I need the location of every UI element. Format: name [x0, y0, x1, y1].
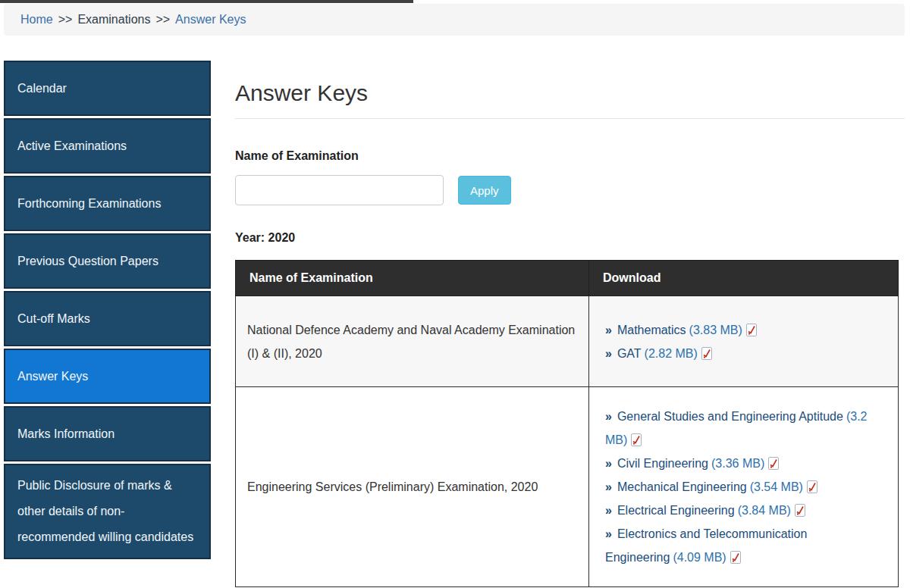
- answer-keys-table: Name of Examination Download National De…: [235, 260, 899, 587]
- column-header-download: Download: [589, 261, 899, 296]
- pdf-icon[interactable]: [807, 480, 817, 493]
- sidebar-item-label: Public Disclosure of marks & other detai…: [17, 473, 197, 550]
- file-size: (3.54 MB): [750, 480, 803, 493]
- sidebar-item-label: Cut-off Marks: [17, 306, 90, 332]
- download-line: »General Studies and Engineering Aptitud…: [605, 405, 886, 452]
- breadcrumb-answer-keys-link[interactable]: Answer Keys: [175, 13, 246, 27]
- download-line: »Electronics and Telecommunication Engin…: [605, 522, 886, 569]
- sidebar-item-label: Answer Keys: [17, 364, 88, 389]
- download-link-general-studies[interactable]: General Studies and Engineering Aptitude: [617, 410, 843, 423]
- download-line: »Electrical Engineering(3.84 MB): [605, 499, 886, 522]
- pdf-icon[interactable]: [795, 504, 805, 517]
- file-size: (3.84 MB): [738, 504, 791, 517]
- year-heading: Year: 2020: [235, 231, 905, 245]
- file-size: (2.82 MB): [645, 347, 698, 360]
- sidebar-item-previous-question-papers[interactable]: Previous Question Papers: [4, 233, 211, 289]
- main-content: Answer Keys Name of Examination Apply Ye…: [235, 61, 905, 587]
- file-size: (4.09 MB): [673, 551, 726, 564]
- double-arrow-bullet-icon: »: [605, 324, 612, 336]
- download-link-civil-engineering[interactable]: Civil Engineering: [617, 457, 708, 470]
- sidebar-item-public-disclosure[interactable]: Public Disclosure of marks & other detai…: [4, 464, 211, 559]
- filter-row: Apply: [235, 175, 905, 205]
- title-divider: [235, 118, 905, 119]
- sidebar: Calendar Active Examinations Forthcoming…: [4, 61, 211, 561]
- double-arrow-bullet-icon: »: [605, 480, 612, 493]
- sidebar-item-forthcoming-examinations[interactable]: Forthcoming Examinations: [4, 176, 211, 231]
- breadcrumb-separator: >>: [58, 13, 73, 27]
- download-line: »Mechanical Engineering(3.54 MB): [605, 475, 886, 499]
- pdf-icon[interactable]: [746, 324, 757, 336]
- double-arrow-bullet-icon: »: [605, 410, 612, 423]
- download-cell: »Mathematics(3.83 MB) »GAT(2.82 MB): [589, 296, 899, 387]
- exam-name-cell: National Defence Academy and Naval Acade…: [236, 296, 589, 387]
- exam-name-input[interactable]: [235, 175, 444, 205]
- file-size: (3.36 MB): [711, 457, 764, 470]
- double-arrow-bullet-icon: »: [605, 347, 612, 360]
- sidebar-item-label: Calendar: [17, 76, 67, 102]
- sidebar-item-active-examinations[interactable]: Active Examinations: [4, 118, 211, 174]
- download-link-mathematics[interactable]: Mathematics: [617, 324, 686, 336]
- sidebar-item-label: Previous Question Papers: [17, 249, 158, 274]
- download-link-electrical-engineering[interactable]: Electrical Engineering: [617, 504, 735, 517]
- sidebar-item-marks-information[interactable]: Marks Information: [4, 406, 211, 461]
- breadcrumb-home-link[interactable]: Home: [20, 13, 53, 27]
- exam-name-label: Name of Examination: [235, 149, 905, 163]
- pdf-icon[interactable]: [631, 433, 642, 446]
- sidebar-item-label: Forthcoming Examinations: [17, 191, 161, 217]
- download-link-mechanical-engineering[interactable]: Mechanical Engineering: [617, 480, 747, 493]
- download-line: »Civil Engineering(3.36 MB): [605, 452, 886, 475]
- pdf-icon[interactable]: [730, 551, 741, 564]
- table-row-nda: National Defence Academy and Naval Acade…: [236, 296, 899, 387]
- sidebar-item-answer-keys[interactable]: Answer Keys: [4, 349, 211, 404]
- sidebar-item-cut-off-marks[interactable]: Cut-off Marks: [4, 291, 211, 346]
- download-cell: »General Studies and Engineering Aptitud…: [589, 387, 899, 587]
- breadcrumb: Home >> Examinations >> Answer Keys: [4, 4, 905, 36]
- sidebar-item-calendar[interactable]: Calendar: [4, 61, 211, 116]
- double-arrow-bullet-icon: »: [605, 527, 612, 540]
- column-header-name: Name of Examination: [236, 261, 589, 296]
- table-header-row: Name of Examination Download: [236, 261, 899, 296]
- apply-button[interactable]: Apply: [458, 176, 511, 205]
- file-size: (3.83 MB): [689, 324, 742, 336]
- pdf-icon[interactable]: [768, 457, 779, 470]
- download-line: »Mathematics(3.83 MB): [605, 318, 886, 342]
- top-edge-artifact: [0, 0, 413, 3]
- exam-name-cell: Engineering Services (Preliminary) Exami…: [236, 387, 589, 587]
- double-arrow-bullet-icon: »: [605, 457, 612, 470]
- sidebar-item-label: Marks Information: [17, 421, 115, 447]
- pdf-icon[interactable]: [701, 347, 712, 360]
- breadcrumb-separator: >>: [155, 13, 170, 27]
- download-line: »GAT(2.82 MB): [605, 342, 886, 365]
- table-row-ese: Engineering Services (Preliminary) Exami…: [236, 387, 899, 587]
- double-arrow-bullet-icon: »: [605, 504, 612, 517]
- page-title: Answer Keys: [235, 80, 905, 106]
- download-link-gat[interactable]: GAT: [617, 347, 642, 360]
- sidebar-item-label: Active Examinations: [17, 133, 127, 159]
- breadcrumb-examinations: Examinations: [77, 13, 150, 27]
- page-columns: Calendar Active Examinations Forthcoming…: [4, 61, 905, 587]
